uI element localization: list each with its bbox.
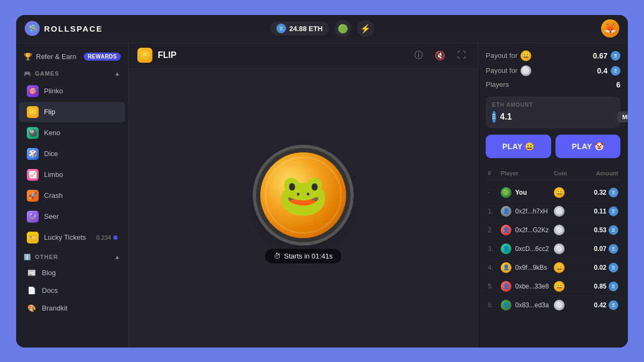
timer-icon: ⏱ — [274, 252, 281, 260]
plinko-icon: 🎯 — [27, 85, 39, 97]
th-amount: Amount — [581, 170, 618, 176]
eth-you: Ξ — [609, 188, 618, 197]
eth-balance[interactable]: Ξ 24.88 ETH — [270, 21, 329, 35]
eth-2: Ξ — [609, 225, 618, 235]
game-header: 🪙 FLIP ⓘ 🔇 ⛶ — [129, 43, 478, 69]
sidebar-item-plinko[interactable]: 🎯 Plinko — [19, 81, 125, 101]
info-button[interactable]: ⓘ — [411, 48, 426, 63]
play-buttons: PLAY 😀 PLAY 🤡 — [486, 135, 620, 158]
header-flash-btn[interactable]: ⚡ — [357, 20, 374, 37]
docs-icon: 📄 — [27, 286, 36, 295]
player-name-6: 0x83...ed3a — [515, 301, 549, 309]
eth-badge-2: Ξ — [611, 66, 620, 76]
player-name-3: 0xcD...6cc2 — [515, 245, 549, 253]
sidebar-item-seer[interactable]: 🔮 Seer — [19, 206, 125, 227]
sidebar-item-brandkit[interactable]: 🎨 Brandkit — [19, 300, 125, 317]
avatar-2: 👤 — [501, 225, 511, 235]
coin-visual: 🐸 — [260, 152, 346, 238]
sidebar: 🏆 Refer & Earn REWARDS 🎮 GAMES ▲ 🎯 Plink… — [16, 43, 129, 348]
player-cell-4: 👤 0x9f...9kBs — [501, 262, 554, 273]
amount-cell-4: 0.02 Ξ — [581, 263, 618, 272]
eth-icon: Ξ — [276, 24, 286, 33]
row-num-4: 4. — [488, 264, 501, 271]
coin-emoji: 🐸 — [278, 172, 328, 219]
amount-cell-6: 0.42 Ξ — [581, 300, 618, 310]
crash-label: Crash — [44, 191, 63, 200]
logo-icon: 🛸 — [25, 21, 40, 36]
payout-for-text-1: Payout for — [486, 51, 517, 60]
table-row-4: 4. 👤 0x9f...9kBs 😀 0.02 Ξ — [486, 258, 620, 277]
sidebar-item-docs[interactable]: 📄 Docs — [19, 282, 125, 299]
coin-cell-4: 😀 — [554, 262, 581, 273]
eth-input-icon: Ξ — [492, 111, 496, 123]
brandkit-label: Brandkit — [42, 304, 68, 312]
header: 🛸 ROLLSPACE Ξ 24.88 ETH 🟢 ⚡ 🦊 — [16, 15, 628, 43]
table-row-6: 6. 👤 0x83...ed3a ⚪ 0.42 Ξ — [486, 296, 620, 315]
header-green-btn[interactable]: 🟢 — [334, 20, 352, 37]
eth-amount-input[interactable] — [500, 112, 613, 122]
table-row-1: 1. 👤 0x2f...h7xH ⚪ 0.11 Ξ — [486, 202, 620, 221]
lucky-dot — [113, 235, 118, 240]
players-label: Players — [486, 80, 509, 88]
sidebar-item-dice[interactable]: 🎲 Dice — [19, 144, 125, 164]
sidebar-item-keno[interactable]: 🎱 Keno — [19, 123, 125, 143]
sidebar-item-crash[interactable]: 🚀 Crash — [19, 186, 125, 206]
players-count: 6 — [616, 80, 620, 89]
game-area: 🪙 FLIP ⓘ 🔇 ⛶ 🐸 — [129, 43, 478, 348]
brandkit-icon: 🎨 — [27, 304, 36, 313]
avatar-1: 👤 — [501, 206, 511, 217]
eth-balance-value: 24.88 ETH — [289, 25, 323, 33]
payout-row-1: Payout for 😀 0.67 Ξ — [486, 50, 620, 61]
dice-label: Dice — [44, 150, 58, 158]
other-label: OTHER — [35, 254, 58, 260]
avatar-6: 👤 — [501, 300, 511, 311]
eth-4: Ξ — [609, 263, 618, 272]
logo-area: 🛸 ROLLSPACE — [25, 21, 270, 36]
table-row-3: 3. 👤 0xcD...6cc2 ⚪ 0.07 Ξ — [486, 240, 620, 258]
eth-input-row: Ξ MIN MAX — [492, 111, 614, 123]
avatar-3: 👤 — [501, 243, 511, 254]
table-header: # Player Coin Amount — [486, 167, 620, 180]
th-player: Player — [501, 170, 554, 176]
sound-button[interactable]: 🔇 — [433, 48, 448, 63]
limbo-icon: 📈 — [27, 169, 39, 181]
row-num-6: 6. — [488, 301, 501, 309]
players-table: # Player Coin Amount - 🟢 You 😀 — [486, 167, 620, 340]
row-num-2: 2. — [488, 226, 501, 234]
sidebar-item-blog[interactable]: 📰 Blog — [19, 264, 125, 282]
coin-cell-2: ⚪ — [554, 225, 581, 235]
coin-icon-2: ⚪ — [554, 225, 565, 235]
user-avatar[interactable]: 🦊 — [601, 19, 619, 38]
logo-text: ROLLSPACE — [44, 24, 103, 33]
eth-3: Ξ — [609, 244, 618, 254]
amount-cell-5: 0.85 Ξ — [581, 282, 618, 291]
games-section-header[interactable]: 🎮 GAMES ▲ — [16, 65, 128, 80]
min-button[interactable]: MIN — [617, 112, 628, 122]
play-button-silver[interactable]: PLAY 🤡 — [555, 135, 621, 158]
sidebar-item-refer[interactable]: 🏆 Refer & Earn REWARDS — [16, 48, 128, 65]
flip-icon: 🪙 — [27, 106, 39, 118]
fullscreen-button[interactable]: ⛶ — [454, 48, 469, 63]
sidebar-item-flip[interactable]: 🪙 Flip — [19, 102, 125, 122]
player-cell-6: 👤 0x83...ed3a — [501, 300, 554, 311]
other-section-header[interactable]: ℹ️ OTHER ▲ — [16, 248, 128, 264]
amount-cell-1: 0.11 Ξ — [581, 206, 618, 216]
players-row: Players 6 — [486, 80, 620, 89]
player-name-2: 0x2f...G2Kz — [515, 226, 549, 234]
game-title-icon: 🪙 — [137, 48, 152, 63]
play-button-gold[interactable]: PLAY 😀 — [486, 135, 551, 158]
eth-input-label: ETH AMOUNT — [492, 102, 614, 108]
game-controls: ⓘ 🔇 ⛶ — [411, 48, 469, 63]
header-right: 🦊 — [374, 19, 619, 38]
coin-cell-3: ⚪ — [554, 243, 581, 254]
coin-icon-4: 😀 — [554, 262, 565, 273]
amount-cell-2: 0.53 Ξ — [581, 225, 618, 235]
player-name-4: 0x9f...9kBs — [515, 264, 547, 271]
sidebar-item-limbo[interactable]: 📈 Limbo — [19, 165, 125, 185]
table-row-5: 5. 👤 0xbe...33e8 😀 0.85 Ξ — [486, 277, 620, 296]
avatar-5: 👤 — [501, 281, 511, 292]
coin-cell-you: 😀 — [554, 187, 581, 198]
game-name: FLIP — [158, 50, 177, 60]
sidebar-item-lucky[interactable]: 🎫 Lucky Tickets 0.234 — [19, 227, 125, 248]
content-area: 🪙 FLIP ⓘ 🔇 ⛶ 🐸 — [129, 43, 628, 348]
